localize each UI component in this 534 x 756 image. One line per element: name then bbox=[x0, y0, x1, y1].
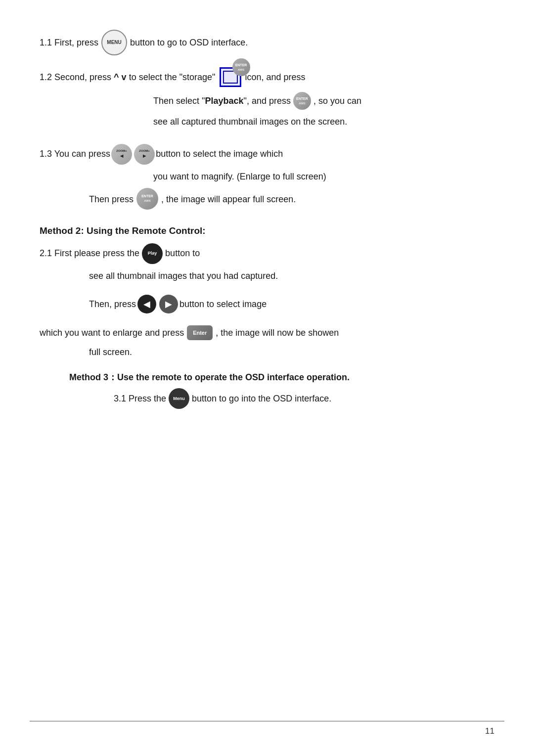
enter-aws-button-small: ENTER AWS bbox=[293, 92, 311, 110]
section-1-3c: Then press ENTER AWS , the image will ap… bbox=[89, 189, 494, 211]
zoom-in-button: ZOOM+ ▶ bbox=[134, 144, 155, 165]
enter-button-dark: Enter bbox=[187, 325, 213, 340]
enter-aws-button: ENTER AWS bbox=[136, 188, 158, 210]
section-1-3b: you want to magnify. (Enlarge to full sc… bbox=[153, 170, 494, 184]
section-2-3b: full screen. bbox=[89, 345, 494, 359]
storage-icon-wrap: ENTER AWS bbox=[218, 67, 243, 87]
section-2-1b: see all thumbnail images that you had ca… bbox=[89, 269, 494, 283]
arrow-right-button: ▶ bbox=[159, 295, 178, 313]
menu-button-dark: Menu bbox=[169, 388, 189, 409]
section-1-3: 1.3 You can press ZOOM+ ◀ ZOOM+ ▶ button… bbox=[40, 144, 494, 165]
page-number: 11 bbox=[485, 726, 494, 736]
section-2-3: which you want to enlarge and press Ente… bbox=[40, 325, 494, 340]
section-1-2: 1.2 Second, press ^ v to select the "sto… bbox=[40, 67, 494, 87]
enter-button-top-right: ENTER AWS bbox=[232, 58, 250, 76]
bottom-divider bbox=[30, 721, 504, 721]
zoom-out-button: ZOOM+ ◀ bbox=[111, 144, 132, 165]
section-2-1: 2.1 First please press the Play button t… bbox=[40, 243, 494, 264]
section-3-1: 3.1 Press the Menu button to go into the… bbox=[114, 388, 494, 409]
section-1-2-suffix: icon, and press bbox=[245, 70, 306, 85]
section-2-2: Then, press ◀ ▶ button to select image bbox=[89, 295, 494, 313]
playback-bold: Playback bbox=[205, 96, 243, 106]
method2-heading: Method 2: Using the Remote Control: bbox=[40, 225, 494, 236]
arrow-left-button: ◀ bbox=[137, 295, 156, 313]
menu-button-icon: MENU bbox=[101, 30, 127, 55]
section-1-2b: Then select "Playback", and press ENTER … bbox=[153, 92, 494, 110]
section-1-1-suffix: button to go to OSD interface. bbox=[130, 36, 248, 50]
section-1-1-prefix: 1.1 First, press bbox=[40, 36, 98, 50]
section-1-2c: see all captured thumbnail images on the… bbox=[153, 115, 494, 129]
section-1-1: 1.1 First, press MENU button to go to OS… bbox=[40, 30, 494, 55]
method3-heading: Method 3：Use the remote to operate the O… bbox=[69, 371, 494, 383]
section-1-2-prefix: 1.2 Second, press ^ v to select the "sto… bbox=[40, 70, 216, 85]
play-button-dark: Play bbox=[142, 243, 163, 264]
